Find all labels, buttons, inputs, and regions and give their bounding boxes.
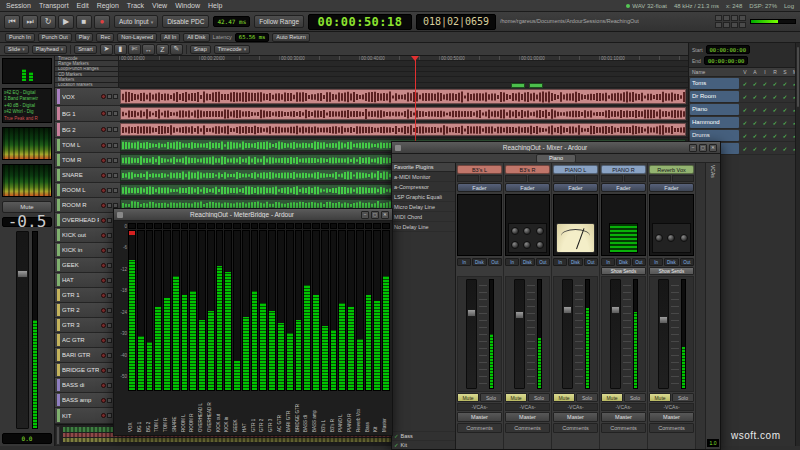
strip-name-button[interactable]: PIANO L: [553, 165, 598, 174]
record-enable-button[interactable]: [101, 218, 106, 223]
mute-button[interactable]: [107, 173, 112, 178]
selection-end-clock[interactable]: 00:00:00:00: [704, 56, 748, 65]
output-button[interactable]: Master: [505, 412, 550, 422]
processor-entry[interactable]: 3 Band Parametr: [4, 96, 50, 101]
record-button[interactable]: ●: [94, 15, 110, 29]
stretch-tool[interactable]: ↔: [142, 44, 155, 55]
location-marker[interactable]: [511, 83, 525, 88]
solo-button[interactable]: Solo: [480, 393, 502, 402]
ruler-lane[interactable]: [119, 83, 688, 87]
channel-fader[interactable]: [610, 279, 621, 389]
mute-button[interactable]: [107, 111, 112, 116]
mute-button[interactable]: [107, 293, 112, 298]
channel-fader[interactable]: [466, 279, 477, 389]
phase-button[interactable]: [576, 175, 598, 182]
mute-button[interactable]: [107, 338, 112, 343]
goto-start-button[interactable]: ⏮: [4, 15, 20, 29]
visibility-check[interactable]: ✓: [780, 119, 790, 126]
record-enable-button[interactable]: [101, 278, 106, 283]
visibility-check[interactable]: ✓: [750, 119, 760, 126]
range-tool[interactable]: ▮: [114, 44, 127, 55]
ruler-lane[interactable]: [119, 72, 688, 76]
location-marker[interactable]: [529, 83, 543, 88]
solo-button[interactable]: [113, 111, 118, 116]
snap-button[interactable]: Snap: [190, 45, 211, 54]
aux-button[interactable]: [715, 15, 722, 21]
comments-button[interactable]: Comments: [457, 423, 502, 433]
ruler-lane[interactable]: [119, 67, 688, 71]
follow-range-button[interactable]: Follow Range: [254, 15, 304, 28]
maximize-icon[interactable]: ▢: [371, 211, 379, 219]
audio-region[interactable]: [120, 107, 686, 120]
record-enable-button[interactable]: [101, 158, 106, 163]
output-button[interactable]: Master: [457, 412, 502, 422]
visibility-check[interactable]: ✓: [750, 145, 760, 152]
record-enable-button[interactable]: [101, 338, 106, 343]
track-header[interactable]: AC GTR: [55, 333, 120, 348]
selection-start-clock[interactable]: 00:00:00:00: [706, 45, 750, 54]
track-lane[interactable]: [120, 122, 688, 138]
fader-handle[interactable]: [659, 316, 668, 324]
record-enable-button[interactable]: [101, 308, 106, 313]
visibility-check[interactable]: ✓: [740, 145, 750, 152]
mute-button[interactable]: [107, 323, 112, 328]
visibility-check[interactable]: ✓: [740, 106, 750, 113]
goto-end-button[interactable]: ⏭: [22, 15, 38, 29]
visibility-check[interactable]: ✓: [760, 93, 770, 100]
plugin-knob[interactable]: [523, 241, 531, 249]
favorite-plugin[interactable]: MIDI Chord: [392, 212, 455, 222]
strip-name-button[interactable]: B3's R: [505, 165, 550, 174]
strip-name-button[interactable]: Reverb Vox: [649, 165, 694, 174]
output-button[interactable]: Master: [553, 412, 598, 422]
record-enable-button[interactable]: [101, 353, 106, 358]
track-header[interactable]: BG 2: [55, 122, 120, 138]
input-button[interactable]: [649, 175, 671, 182]
solo-button[interactable]: Solo: [672, 393, 694, 402]
plugin-knob[interactable]: [667, 234, 675, 242]
mute-button[interactable]: Mute: [505, 393, 527, 402]
processor-box[interactable]: [553, 194, 598, 256]
mute-button[interactable]: [107, 278, 112, 283]
processor-entry[interactable]: x42 Whirl - Dig: [4, 109, 50, 114]
zoom-tool[interactable]: Z: [156, 44, 169, 55]
record-enable-button[interactable]: [101, 413, 106, 418]
vca-assign-button[interactable]: -VCAs-: [457, 403, 502, 411]
track-header[interactable]: BASS amp: [55, 393, 120, 408]
track-header[interactable]: BRIDGE GTR: [55, 363, 120, 378]
grab-tool[interactable]: ➤: [100, 44, 113, 55]
scrollbar[interactable]: [795, 43, 800, 446]
gain-control[interactable]: Fader: [505, 183, 550, 192]
stop-button[interactable]: ■: [76, 15, 92, 29]
plugin-knob[interactable]: [655, 234, 663, 242]
mute-button[interactable]: [107, 383, 112, 388]
maximize-icon[interactable]: ▢: [699, 144, 707, 152]
processor-box[interactable]: [601, 194, 646, 256]
channel-fader[interactable]: [562, 279, 573, 389]
strip-list-item[interactable]: ✓Kit: [392, 440, 455, 449]
monitor-fader[interactable]: [16, 231, 29, 429]
channel-fader[interactable]: [514, 279, 525, 389]
mute-button[interactable]: [107, 233, 112, 238]
fader-handle[interactable]: [467, 309, 476, 317]
track-header[interactable]: GTR 2: [55, 303, 120, 318]
close-icon[interactable]: ✕: [709, 144, 717, 152]
visibility-check[interactable]: ✓: [780, 80, 790, 87]
menu-view[interactable]: View: [152, 2, 167, 9]
loop-button[interactable]: ↻: [40, 15, 56, 29]
record-enable-button[interactable]: [101, 188, 106, 193]
toggle-play[interactable]: Play: [75, 33, 94, 42]
visibility-check[interactable]: ✓: [780, 132, 790, 139]
strip-check[interactable]: ✓: [394, 442, 399, 448]
solo-button[interactable]: [113, 158, 118, 163]
io-in-button[interactable]: In: [457, 258, 471, 266]
input-button[interactable]: [553, 175, 575, 182]
track-header[interactable]: BARI GTR: [55, 348, 120, 363]
solo-button[interactable]: [113, 94, 118, 99]
primary-clock[interactable]: 00:00:50:18: [308, 14, 412, 30]
track-header[interactable]: HAT: [55, 273, 120, 288]
track-header[interactable]: ROOM L: [55, 183, 120, 198]
track-header[interactable]: ROOM R: [55, 198, 120, 213]
comments-button[interactable]: Comments: [601, 423, 646, 433]
favorite-plugin[interactable]: LSP Graphic Equali: [392, 192, 455, 202]
aux-button[interactable]: [723, 22, 730, 28]
